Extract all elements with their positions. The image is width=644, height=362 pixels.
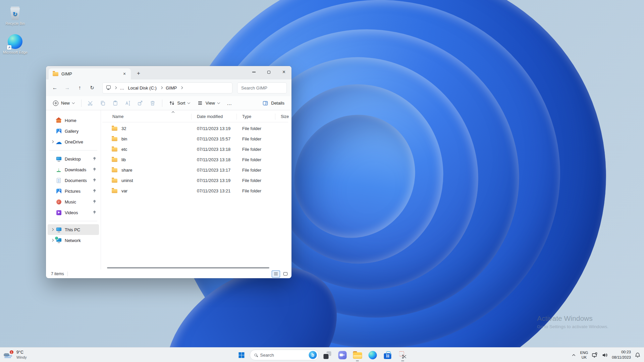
column-header-date-modified[interactable]: Date modified [192, 114, 237, 120]
details-view-toggle[interactable] [272, 270, 280, 278]
chat-button[interactable] [336, 348, 349, 362]
sidebar-item-label: Pictures [65, 189, 93, 194]
file-explorer-window: GIMP × + × ← → ↑ ↻ …Local Disk (C:)GIMP … [46, 66, 291, 278]
task-view-button[interactable] [321, 348, 334, 362]
search-box[interactable]: Search GIMP [237, 82, 287, 94]
desktop-icon-label: Recycle Bin [2, 21, 28, 25]
file-name: uninst [121, 178, 133, 183]
view-button[interactable]: View [194, 98, 223, 109]
refresh-button[interactable]: ↻ [87, 82, 98, 94]
sort-button[interactable]: Sort [165, 98, 194, 109]
file-row[interactable]: 3207/11/2023 13:19File folder [102, 123, 288, 134]
desktop-icon-microsoft-edge[interactable]: ↗ Microsoft Edge [2, 33, 28, 54]
sidebar-item-onedrive[interactable]: OneDrive [48, 136, 99, 147]
file-type: File folder [237, 126, 275, 131]
start-button[interactable] [235, 348, 248, 362]
edge-button[interactable] [366, 348, 379, 362]
network-icon[interactable] [592, 352, 598, 358]
chevron-right-icon[interactable] [50, 239, 55, 241]
file-row[interactable]: lib07/11/2023 13:18File folder [102, 155, 288, 165]
clock[interactable]: 00:23 08/11/2023 [612, 350, 631, 360]
sidebar-item-desktop[interactable]: Desktop [48, 154, 99, 164]
minimize-icon [252, 72, 256, 72]
sidebar-item-network[interactable]: Network [48, 235, 99, 246]
sidebar-item-label: Videos [65, 210, 93, 215]
item-count: 7 items [51, 272, 64, 276]
sidebar-item-pictures[interactable]: Pictures [48, 186, 99, 196]
folder-icon [112, 168, 117, 172]
hidden-icons-chevron[interactable] [571, 353, 576, 358]
chevron-right-icon[interactable] [50, 141, 55, 143]
sidebar-item-this-pc[interactable]: This PC [48, 224, 99, 235]
minimize-button[interactable] [246, 66, 261, 78]
chevron-right-icon [51, 140, 54, 143]
chevron-right-icon [114, 86, 117, 89]
sidebar-item-music[interactable]: Music [48, 196, 99, 207]
column-header-type[interactable]: Type [237, 114, 275, 120]
file-row[interactable]: share07/11/2023 13:17File folder [102, 165, 288, 175]
tab-gimp[interactable]: GIMP × [49, 68, 131, 79]
desktop-icon [56, 157, 61, 160]
copy-button[interactable] [97, 98, 109, 109]
close-button[interactable]: × [276, 66, 291, 78]
address-bar[interactable]: …Local Disk (C:)GIMP [102, 82, 232, 94]
taskbar-search-box[interactable]: Search b [250, 350, 319, 360]
sidebar-item-home[interactable]: Home [48, 115, 99, 126]
more-options-button[interactable]: … [223, 98, 236, 109]
sidebar-item-label: Documents [65, 178, 93, 183]
this-pc-icon [56, 228, 61, 231]
rename-button[interactable] [122, 98, 134, 109]
gallery-icon [56, 129, 61, 134]
bloom-petal [270, 81, 446, 266]
file-explorer-button[interactable] [351, 348, 364, 362]
chevron-down-icon [187, 101, 190, 104]
language-indicator[interactable]: ENG UK [580, 350, 588, 360]
bloom-petal [270, 91, 439, 262]
notifications-bell-icon[interactable] [635, 352, 641, 358]
column-header-name[interactable]: Name [107, 114, 192, 120]
new-tab-button[interactable]: + [134, 69, 143, 78]
notification-badge: 1 [9, 350, 14, 355]
snipping-tool-icon [399, 351, 407, 359]
file-row[interactable]: uninst07/11/2023 13:19File folder [102, 175, 288, 186]
volume-icon[interactable] [602, 352, 608, 358]
back-button[interactable]: ← [49, 82, 60, 94]
file-row[interactable]: etc07/11/2023 13:18File folder [102, 144, 288, 155]
pin-icon [93, 157, 96, 161]
breadcrumb-item[interactable]: Local Disk (C:) [128, 85, 157, 90]
thumbnail-view-icon [283, 272, 287, 276]
breadcrumb-overflow[interactable]: … [120, 85, 124, 90]
desktop-icon-recycle-bin[interactable]: ↻ Recycle Bin [2, 4, 28, 25]
chevron-right-icon[interactable] [50, 229, 55, 231]
tab-close-icon[interactable]: × [121, 70, 128, 78]
store-button[interactable] [381, 348, 394, 362]
breadcrumb-item[interactable]: GIMP [166, 85, 177, 90]
sidebar-item-gallery[interactable]: Gallery [48, 126, 99, 136]
sidebar-item-documents[interactable]: Documents [48, 175, 99, 186]
cut-icon [88, 100, 94, 106]
sidebar-item-downloads[interactable]: Downloads [48, 164, 99, 175]
maximize-icon [267, 71, 270, 74]
cut-button[interactable] [85, 98, 97, 109]
weather-widget[interactable]: 1 9°C Windy [3, 348, 27, 362]
file-explorer-icon [353, 351, 362, 359]
delete-button[interactable] [147, 98, 159, 109]
horizontal-scrollbar[interactable] [107, 267, 269, 268]
maximize-button[interactable] [261, 66, 276, 78]
file-row[interactable]: bin07/11/2023 15:57File folder [102, 134, 288, 144]
file-name: etc [121, 147, 127, 152]
snipping-tool-button[interactable] [396, 348, 410, 362]
sidebar-item-videos[interactable]: Videos [48, 207, 99, 218]
up-button[interactable]: ↑ [74, 82, 85, 94]
paste-button[interactable] [109, 98, 122, 109]
new-button[interactable]: New [49, 98, 78, 109]
documents-icon [57, 178, 61, 183]
windows-logo-icon [238, 352, 244, 358]
share-button[interactable] [134, 98, 147, 109]
thumbnail-view-toggle[interactable] [281, 270, 289, 278]
forward-button[interactable]: → [62, 82, 73, 94]
file-row[interactable]: var07/11/2023 13:21File folder [102, 186, 288, 196]
file-type: File folder [237, 178, 275, 183]
details-button[interactable]: Details [259, 98, 288, 109]
column-header-size[interactable]: Size [275, 114, 291, 120]
